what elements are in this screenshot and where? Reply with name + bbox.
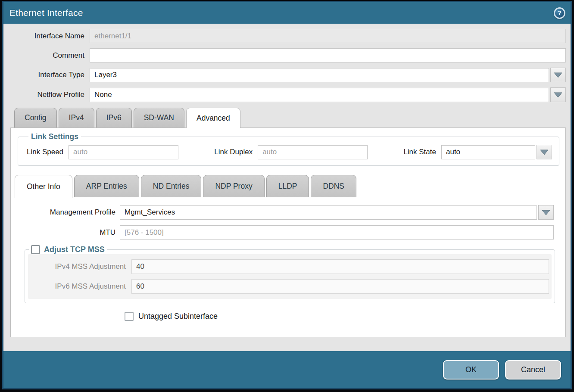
adjust-tcp-mss-fieldset: Adjust TCP MSS IPv4 MSS Adjustment IPv6 …	[25, 245, 555, 303]
management-profile-row: Management Profile	[11, 205, 565, 220]
link-duplex-field[interactable]	[258, 145, 368, 159]
link-state-label: Link State	[403, 148, 441, 156]
tab-sd-wan[interactable]: SD-WAN	[134, 108, 184, 128]
chevron-down-icon	[542, 210, 550, 215]
link-state-field[interactable]	[441, 145, 535, 159]
dialog-body: Interface Name Comment Interface Type Ne…	[3, 24, 571, 351]
other-info-panel: Management Profile MTU	[11, 197, 565, 321]
dialog-titlebar: Ethernet Interface ?	[3, 2, 571, 24]
interface-type-row: Interface Type	[10, 68, 566, 82]
netflow-profile-label: Netflow Profile	[10, 90, 90, 99]
interface-name-field	[90, 29, 566, 43]
tab-arp-entries[interactable]: ARP Entries	[74, 175, 139, 197]
chevron-down-icon	[540, 149, 549, 155]
management-profile-field[interactable]	[120, 205, 537, 220]
ipv6-mss-field	[131, 279, 549, 294]
comment-field[interactable]	[90, 48, 566, 62]
mtu-label: MTU	[11, 228, 120, 237]
help-button[interactable]: ?	[554, 7, 565, 19]
adjust-tcp-mss-label: Adjust TCP MSS	[44, 245, 105, 254]
interface-type-label: Interface Type	[10, 71, 90, 79]
link-duplex-group: Link Duplex	[214, 145, 368, 159]
main-tabbar: Config IPv4 IPv6 SD-WAN Advanced	[10, 108, 566, 128]
netflow-profile-dropdown-button[interactable]	[550, 87, 566, 102]
cancel-button[interactable]: Cancel	[505, 360, 561, 380]
netflow-profile-row: Netflow Profile	[10, 87, 566, 102]
link-settings-fieldset: Link Settings Link Speed Link Duplex Lin…	[18, 132, 559, 166]
chevron-down-icon	[554, 72, 562, 78]
ipv4-mss-label: IPv4 MSS Adjustment	[28, 262, 131, 271]
tab-ddns[interactable]: DDNS	[311, 175, 356, 197]
tab-config[interactable]: Config	[14, 108, 57, 128]
comment-row: Comment	[10, 48, 566, 62]
interface-type-dropdown-button[interactable]	[550, 68, 566, 82]
dialog-title: Ethernet Interface	[9, 8, 83, 18]
mss-fields-container: IPv4 MSS Adjustment IPv6 MSS Adjustment	[28, 254, 552, 299]
ok-button[interactable]: OK	[443, 360, 499, 380]
ethernet-interface-dialog: Ethernet Interface ? Interface Name Comm…	[2, 1, 572, 389]
ipv6-mss-label: IPv6 MSS Adjustment	[28, 282, 131, 291]
mtu-row: MTU	[11, 225, 565, 240]
mtu-field[interactable]	[120, 225, 554, 240]
link-speed-label: Link Speed	[27, 148, 69, 156]
adjust-tcp-mss-checkbox[interactable]	[31, 245, 40, 254]
link-duplex-label: Link Duplex	[214, 148, 258, 156]
interface-name-label: Interface Name	[10, 32, 90, 40]
netflow-profile-field[interactable]	[90, 88, 549, 102]
tab-ndp-proxy[interactable]: NDP Proxy	[203, 175, 264, 197]
link-state-dropdown-button[interactable]	[537, 145, 552, 159]
advanced-tab-panel: Link Settings Link Speed Link Duplex Lin…	[10, 128, 566, 337]
other-info-tabbar: Other Info ARP Entries ND Entries NDP Pr…	[11, 175, 565, 197]
tab-advanced[interactable]: Advanced	[186, 108, 240, 128]
untagged-subinterface-checkbox[interactable]	[125, 312, 134, 321]
tab-other-info[interactable]: Other Info	[15, 175, 72, 198]
dialog-footer: OK Cancel	[3, 351, 571, 388]
interface-type-field[interactable]	[90, 68, 549, 82]
ipv6-mss-row: IPv6 MSS Adjustment	[28, 279, 549, 294]
link-speed-field[interactable]	[69, 145, 178, 159]
management-profile-label: Management Profile	[11, 208, 120, 217]
link-speed-group: Link Speed	[27, 145, 178, 159]
tab-nd-entries[interactable]: ND Entries	[141, 175, 202, 197]
ipv4-mss-field	[131, 259, 549, 274]
link-state-group: Link State	[403, 145, 552, 159]
interface-name-row: Interface Name	[10, 29, 566, 43]
untagged-subinterface-row: Untagged Subinterface	[125, 312, 565, 321]
management-profile-dropdown-button[interactable]	[538, 205, 554, 220]
tab-ipv6[interactable]: IPv6	[96, 108, 132, 128]
tab-lldp[interactable]: LLDP	[266, 175, 309, 197]
link-settings-legend: Link Settings	[28, 132, 81, 141]
question-mark-icon: ?	[555, 9, 564, 18]
comment-label: Comment	[10, 51, 90, 60]
chevron-down-icon	[554, 92, 562, 98]
ipv4-mss-row: IPv4 MSS Adjustment	[28, 259, 549, 274]
tab-ipv4[interactable]: IPv4	[59, 108, 94, 128]
untagged-subinterface-label: Untagged Subinterface	[138, 312, 218, 321]
